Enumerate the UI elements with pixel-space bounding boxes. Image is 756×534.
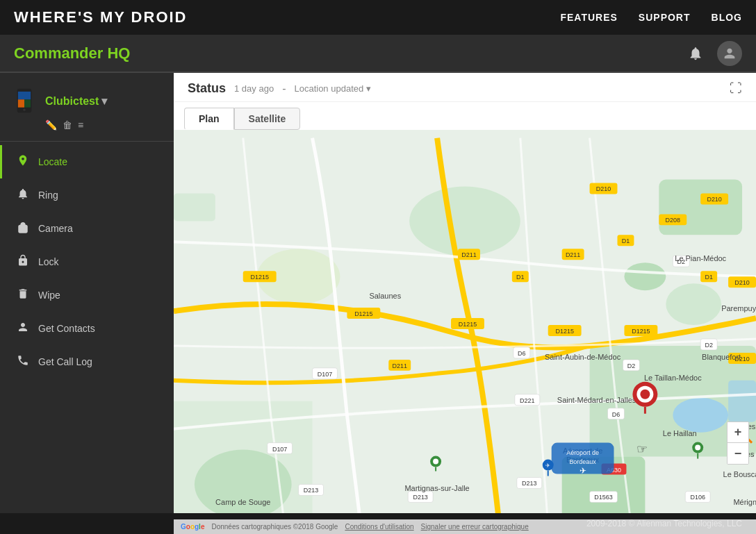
svg-text:☞: ☞ [636,442,648,456]
svg-text:D107: D107 [318,371,332,378]
svg-text:D2: D2 [705,342,712,349]
svg-point-12 [666,283,721,325]
map-data-label: Données cartographiques ©2018 Google [211,523,338,531]
zoom-in-button[interactable]: + [728,422,748,443]
sidebar-item-get-contacts[interactable]: Get Contacts [0,312,174,345]
svg-point-117 [433,459,438,465]
status-label: Status [188,81,226,96]
fullscreen-button[interactable]: ⛶ [730,81,742,96]
svg-text:D210: D210 [734,279,749,286]
svg-text:D1: D1 [622,237,630,244]
svg-rect-2 [18,92,31,99]
sidebar: Clubictest▾ ✏️ 🗑 ≡ Locate Ring Cam [0,73,174,534]
user-avatar[interactable] [717,41,742,66]
device-section: Clubictest▾ [0,80,174,118]
nav-links: FEATURES SUPPORT BLOG [560,12,742,23]
svg-text:D221: D221 [520,397,534,404]
delete-icon[interactable]: 🗑 [63,119,72,131]
locate-label: Locate [38,156,67,167]
site-title: WHERE'S MY DROID [14,8,188,26]
notification-icon[interactable] [684,42,707,65]
svg-text:D1: D1 [705,274,712,281]
report-error-link[interactable]: Signaler une erreur cartographique [421,523,529,531]
sidebar-item-wipe[interactable]: Wipe [0,278,174,312]
svg-text:Mérignac: Mérignac [733,498,756,506]
map-zoom-controls: + − [727,422,749,465]
device-name[interactable]: Clubictest▾ [45,94,107,108]
tab-satellite[interactable]: Satellite [234,108,301,130]
map-tabs: Plan Satellite [174,102,756,130]
lock-icon [16,254,30,269]
device-icon [10,87,38,115]
svg-text:Saint-Médard-en-Jalles: Saint-Médard-en-Jalles [557,396,636,404]
terms-link[interactable]: Conditions d'utilisation [345,523,413,531]
svg-text:D2: D2 [627,362,635,369]
list-icon[interactable]: ≡ [78,119,83,131]
hq-icons [684,41,742,66]
sidebar-item-locate[interactable]: Locate [0,145,174,178]
sidebar-item-camera[interactable]: Camera [0,212,174,245]
map-container: D1215 D1215 D1215 D1215 D1215 D211 D211 [174,130,756,534]
map-footer: Google Données cartographiques ©2018 Goo… [174,519,756,534]
main-layout: Clubictest▾ ✏️ 🗑 ≡ Locate Ring Cam [0,73,756,534]
device-actions: ✏️ 🗑 ≡ [0,118,174,137]
svg-text:Le Taillan-Médoc: Le Taillan-Médoc [644,374,702,382]
svg-text:D6: D6 [612,411,620,418]
svg-text:D1215: D1215 [459,321,477,328]
edit-icon[interactable]: ✏️ [45,119,57,131]
svg-text:Saint-Aubin-de-Médoc: Saint-Aubin-de-Médoc [545,353,621,361]
top-nav: WHERE'S MY DROID FEATURES SUPPORT BLOG [0,0,756,35]
svg-text:Le Haillan: Le Haillan [663,429,697,437]
svg-text:D1215: D1215 [555,328,573,335]
svg-point-111 [695,445,700,451]
contacts-icon [16,321,30,336]
svg-text:D213: D213 [413,494,427,501]
sidebar-item-get-call-log[interactable]: Get Call Log [0,345,174,378]
content-area: Status 1 day ago - Location updated ▾ ⛶ … [174,73,756,534]
status-time: 1 day ago [234,83,274,94]
camera-label: Camera [38,223,73,234]
svg-point-7 [409,187,520,256]
svg-text:D211: D211 [461,251,476,258]
svg-rect-8 [659,180,742,235]
svg-rect-3 [18,99,24,107]
location-updated[interactable]: Location updated ▾ [294,83,371,94]
svg-text:Aéroport de: Aéroport de [566,449,599,456]
svg-text:Bordeaux: Bordeaux [569,458,596,465]
svg-text:D213: D213 [522,480,536,487]
svg-point-102 [640,390,650,399]
zoom-out-button[interactable]: − [728,443,748,464]
svg-text:Martignas-sur-Jalle: Martignas-sur-Jalle [404,484,469,492]
svg-text:D1215: D1215 [632,328,650,335]
wipe-icon [16,287,30,303]
svg-text:D211: D211 [566,251,580,258]
map-svg: D1215 D1215 D1215 D1215 D1215 D211 D211 [174,130,756,534]
svg-text:D107: D107 [272,446,287,453]
call-log-icon [16,354,30,369]
svg-text:✈: ✈ [545,462,550,469]
svg-text:Le Bouscat: Le Bouscat [723,471,756,479]
svg-text:Blanquefort: Blanquefort [702,353,741,361]
hq-title: Commander HQ [14,44,130,62]
sidebar-item-ring[interactable]: Ring [0,178,174,212]
google-logo: Google [181,523,204,531]
ring-label: Ring [38,190,58,201]
svg-text:D210: D210 [707,196,721,203]
svg-text:D6: D6 [518,350,525,357]
features-link[interactable]: FEATURES [560,12,617,23]
dropdown-arrow: ▾ [366,83,371,94]
svg-rect-9 [174,193,215,221]
svg-text:D1563: D1563 [594,494,612,501]
svg-text:Salaunes: Salaunes [369,292,401,300]
svg-text:D106: D106 [690,494,705,501]
tab-plan[interactable]: Plan [184,108,234,130]
svg-point-17 [673,398,728,433]
blog-link[interactable]: BLOG [712,12,742,23]
sidebar-item-lock[interactable]: Lock [0,245,174,278]
svg-text:D1215: D1215 [250,274,268,281]
status-separator: - [282,83,286,95]
svg-text:D210: D210 [596,185,611,192]
support-link[interactable]: SUPPORT [639,12,691,23]
lock-label: Lock [38,256,59,267]
svg-text:D1: D1 [516,274,524,281]
